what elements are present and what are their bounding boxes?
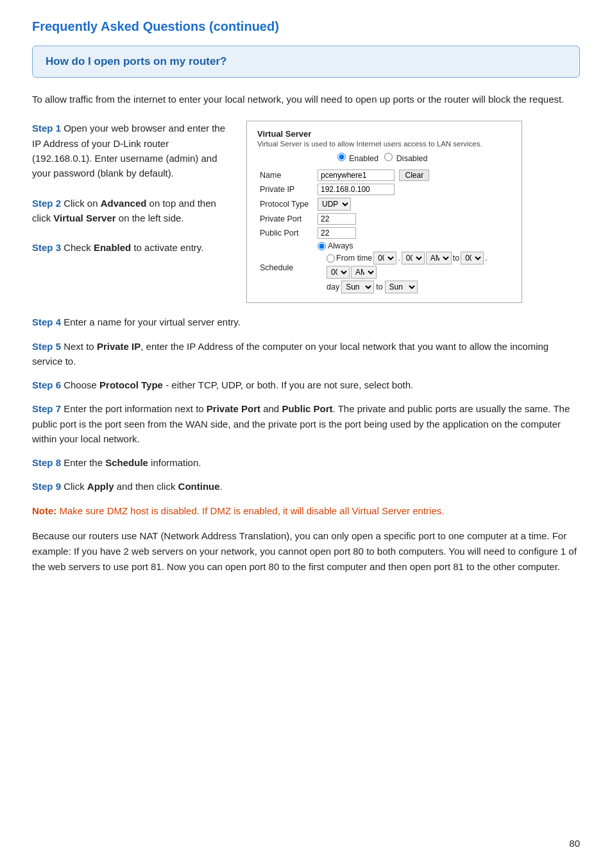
vs-public-port-input[interactable] bbox=[318, 227, 356, 239]
vs-private-ip-input[interactable] bbox=[318, 184, 395, 195]
vs-private-port-input[interactable] bbox=[318, 213, 356, 225]
to-label: to bbox=[453, 254, 459, 263]
vs-schedule-cell: Always From time 00 . 00 AMPM to 00 . 00 bbox=[315, 240, 511, 295]
note-text: Make sure DMZ host is disabled. If DMZ i… bbox=[60, 505, 445, 516]
vs-name-input[interactable] bbox=[318, 169, 395, 181]
from-label: From time bbox=[336, 254, 372, 263]
vs-private-ip-row: Private IP bbox=[257, 182, 511, 196]
disabled-label: Disabled bbox=[396, 154, 428, 163]
note-paragraph: Note: Make sure DMZ host is disabled. If… bbox=[32, 503, 580, 518]
day-to-label: to bbox=[376, 282, 382, 291]
always-radio[interactable] bbox=[318, 242, 326, 250]
intro-text: To allow traffic from the internet to en… bbox=[32, 92, 580, 107]
vs-from-row: From time 00 . 00 AMPM to 00 . 00 AMPM bbox=[327, 252, 509, 279]
vs-day-row: day SunMonTueWedThuFriSat to SunMonTueWe… bbox=[327, 281, 509, 293]
clear-button[interactable]: Clear bbox=[399, 169, 429, 181]
from-min-select[interactable]: 00 bbox=[402, 252, 425, 265]
enabled-label: Enabled bbox=[349, 154, 378, 163]
step1-block: Step 1 Open your web browser and enter t… bbox=[32, 121, 231, 255]
step4-label: Step 4 bbox=[32, 317, 61, 327]
to-day-select[interactable]: SunMonTueWedThuFriSat bbox=[385, 281, 418, 293]
dot1: . bbox=[398, 254, 400, 263]
step9-label: Step 9 bbox=[32, 481, 61, 492]
step8-full: Step 8 Enter the Schedule information. bbox=[32, 455, 580, 470]
step4-full: Step 4 Enter a name for your virtual ser… bbox=[32, 315, 580, 329]
steps-full-block: Step 4 Enter a name for your virtual ser… bbox=[32, 315, 580, 494]
always-label: Always bbox=[328, 241, 353, 250]
step6-text: Choose Protocol Type - either TCP, UDP, … bbox=[64, 379, 413, 390]
vs-private-ip-label: Private IP bbox=[257, 182, 315, 196]
vs-private-port-label: Private Port bbox=[257, 212, 315, 226]
step5-full: Step 5 Next to Private IP, enter the IP … bbox=[32, 339, 580, 369]
vs-name-label: Name bbox=[257, 168, 315, 182]
disabled-radio[interactable] bbox=[384, 153, 393, 161]
step1-text: Open your web browser and enter the IP A… bbox=[32, 123, 225, 178]
section-header: How do I open ports on my router? bbox=[32, 46, 580, 78]
to-ampm-select[interactable]: AMPM bbox=[351, 266, 377, 279]
vs-desc: Virtual Server is used to allow Internet… bbox=[257, 140, 511, 148]
vs-protocol-row: Protocol Type UDP TCP Both bbox=[257, 196, 511, 212]
step8-text: Enter the Schedule information. bbox=[64, 457, 201, 468]
step6-label: Step 6 bbox=[32, 379, 61, 390]
step5-label: Step 5 bbox=[32, 341, 61, 352]
step1-label: Step 1 bbox=[32, 123, 61, 134]
closing-text: Because our routers use NAT (Network Add… bbox=[32, 528, 580, 575]
step1-row: Step 1 Open your web browser and enter t… bbox=[32, 121, 580, 303]
step8-label: Step 8 bbox=[32, 457, 61, 468]
step7-text: Enter the port information next to Priva… bbox=[32, 403, 570, 444]
vs-protocol-select[interactable]: UDP TCP Both bbox=[318, 198, 351, 211]
page-number: 80 bbox=[569, 838, 580, 849]
vs-name-cell: Clear bbox=[315, 168, 511, 182]
vs-private-ip-cell bbox=[315, 182, 511, 196]
vs-public-port-cell bbox=[315, 226, 511, 240]
to-hour-select[interactable]: 00 bbox=[461, 252, 484, 265]
section-header-text: How do I open ports on my router? bbox=[46, 55, 226, 67]
step3-text: Check Enabled to activate entry. bbox=[64, 242, 203, 253]
to-min-select[interactable]: 00 bbox=[327, 266, 350, 279]
from-radio[interactable] bbox=[327, 254, 335, 263]
step7-label: Step 7 bbox=[32, 403, 61, 414]
vs-public-port-row: Public Port bbox=[257, 226, 511, 240]
virtual-server-panel: Virtual Server Virtual Server is used to… bbox=[246, 121, 522, 303]
step5-text: Next to Private IP, enter the IP Address… bbox=[32, 341, 548, 367]
step2-label: Step 2 bbox=[32, 198, 61, 209]
vs-private-port-cell bbox=[315, 212, 511, 226]
vs-always-row: Always bbox=[318, 241, 509, 250]
vs-title: Virtual Server bbox=[257, 129, 511, 139]
vs-schedule-row: Schedule Always From time 00 . 00 AMPM t… bbox=[257, 240, 511, 295]
vs-protocol-label: Protocol Type bbox=[257, 196, 315, 212]
vs-protocol-cell: UDP TCP Both bbox=[315, 196, 511, 212]
from-hour-select[interactable]: 00 bbox=[373, 252, 396, 265]
page-title: Frequently Asked Questions (continued) bbox=[32, 19, 580, 34]
step6-full: Step 6 Choose Protocol Type - either TCP… bbox=[32, 378, 580, 392]
vs-table: Name Clear Private IP Protocol Type UDP … bbox=[257, 168, 511, 295]
note-label: Note: bbox=[32, 505, 56, 516]
step4-text: Enter a name for your virtual server ent… bbox=[64, 317, 241, 327]
dot2: . bbox=[485, 254, 487, 263]
vs-radio-row: Enabled Disabled bbox=[257, 153, 511, 163]
step9-full: Step 9 Click Apply and then click Contin… bbox=[32, 479, 580, 494]
vs-public-port-label: Public Port bbox=[257, 226, 315, 240]
day-label: day bbox=[327, 282, 339, 291]
from-ampm-select[interactable]: AMPM bbox=[426, 252, 452, 265]
vs-private-port-row: Private Port bbox=[257, 212, 511, 226]
step9-text: Click Apply and then click Continue. bbox=[64, 481, 223, 492]
step7-full: Step 7 Enter the port information next t… bbox=[32, 401, 580, 446]
vs-name-row: Name Clear bbox=[257, 168, 511, 182]
enabled-radio[interactable] bbox=[337, 153, 346, 161]
vs-schedule-label: Schedule bbox=[257, 240, 315, 295]
step3-label: Step 3 bbox=[32, 242, 61, 253]
from-day-select[interactable]: SunMonTueWedThuFriSat bbox=[341, 281, 374, 293]
